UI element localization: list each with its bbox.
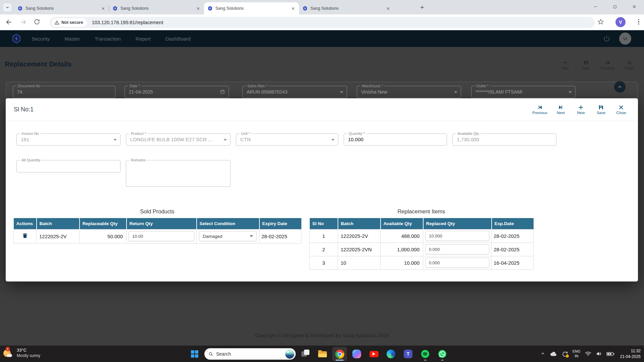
quantity-field[interactable]: Quantity * 10.000 xyxy=(344,134,447,146)
browser-tab-2[interactable]: Sang Solutions xyxy=(109,2,204,14)
nav-item-security[interactable]: Security xyxy=(32,36,50,42)
whatsapp-button[interactable] xyxy=(435,347,450,361)
tab-close-icon[interactable] xyxy=(195,6,201,11)
language-indicator[interactable]: ENGIN xyxy=(573,349,581,358)
cell-exp-date: 28-02-2025 xyxy=(492,243,534,256)
replaced-qty-input[interactable] xyxy=(425,231,489,241)
unit-field[interactable]: Unit * CTN xyxy=(236,134,338,146)
bookmark-star-icon[interactable] xyxy=(597,18,604,25)
return-qty-input[interactable] xyxy=(129,231,194,241)
not-secure-chip[interactable]: Not secure xyxy=(51,18,87,27)
tray-date: 21-04-2025 xyxy=(620,354,641,359)
wifi-icon[interactable] xyxy=(585,351,591,356)
browser-tab-1[interactable]: Sang Solutions xyxy=(14,2,109,14)
chrome-button[interactable] xyxy=(332,347,347,361)
nav-item-dashboard[interactable]: DashBoard xyxy=(165,36,191,42)
weather-widget[interactable]: 5 33°C Mostly sunny xyxy=(3,347,40,359)
cell-sl-no: 2 xyxy=(310,243,338,256)
logout-power-icon[interactable] xyxy=(603,35,610,42)
product-field[interactable]: Product * LONGLIFE BULB 100W E27 SCR ... xyxy=(126,134,231,146)
plus-icon xyxy=(578,104,584,110)
search-input[interactable] xyxy=(216,351,280,357)
file-explorer-button[interactable] xyxy=(315,347,330,361)
youtube-button[interactable] xyxy=(366,347,381,361)
warehouse-field[interactable]: Warehouse * Vinisha New xyxy=(357,86,461,98)
reload-button[interactable] xyxy=(34,18,41,26)
nav-item-report[interactable]: Report xyxy=(136,36,151,42)
skip-next-icon xyxy=(558,104,564,110)
sold-products-row: 1222025-2V 50.000 Damaged 28-02-2025 xyxy=(14,229,301,243)
tray-chevron-up-icon[interactable] xyxy=(540,351,545,356)
browser-tab-3-active[interactable]: Sang Solutions xyxy=(204,2,299,14)
address-bar[interactable]: Not secure 103.120.178.195:81/replacemen… xyxy=(50,17,595,28)
chevron-down-icon xyxy=(568,91,572,93)
delete-trash-icon[interactable] xyxy=(22,232,28,239)
chrome-icon xyxy=(335,350,344,359)
invoice-no-field[interactable]: Invoice No 181 xyxy=(16,134,120,146)
col-replaced-qty: Replaced Qty xyxy=(423,218,492,229)
chevron-down-icon xyxy=(331,139,335,141)
modal-previous-button[interactable]: Previous xyxy=(532,104,547,115)
chevron-up-icon xyxy=(617,84,623,90)
url-text[interactable]: 103.120.178.195:81/replacement xyxy=(92,20,163,25)
teams-button[interactable]: T xyxy=(401,347,415,361)
window-minimize-button[interactable] xyxy=(586,0,605,13)
remarks-field[interactable]: Remarks xyxy=(126,160,231,187)
task-view-button[interactable] xyxy=(298,347,313,361)
skip-previous-icon xyxy=(537,104,543,110)
browser-menu-button[interactable] xyxy=(635,18,642,25)
tab-close-icon[interactable] xyxy=(385,6,391,11)
modal-close-button[interactable]: Close xyxy=(614,104,628,115)
page-new-button[interactable]: New xyxy=(559,60,571,70)
sync-icon[interactable] xyxy=(561,351,568,357)
modal-save-button[interactable]: Save xyxy=(594,104,608,115)
browser-tab-4[interactable]: Sang Solutions xyxy=(299,2,394,14)
forward-button[interactable] xyxy=(19,18,27,26)
bing-daily-image[interactable] xyxy=(285,350,294,359)
cell-sl-no: 3 xyxy=(310,256,338,269)
copilot-button[interactable] xyxy=(349,347,364,361)
volume-icon[interactable] xyxy=(596,351,602,357)
replaced-qty-input[interactable] xyxy=(425,244,489,254)
spotify-button[interactable] xyxy=(418,347,433,361)
cell-available-qty: 10.000 xyxy=(381,256,423,269)
modal-new-button[interactable]: New xyxy=(574,104,588,115)
calendar-icon[interactable] xyxy=(220,89,225,94)
battery-icon[interactable] xyxy=(606,352,614,356)
new-tab-button[interactable] xyxy=(419,4,426,11)
cell-available-qty: 488.000 xyxy=(381,229,423,243)
cell-batch: 1222025-2VN xyxy=(338,243,381,256)
window-close-button[interactable] xyxy=(625,0,644,13)
sales-man-field[interactable]: Sales Man * ARUN 0568870243 xyxy=(242,86,347,98)
tab-close-icon[interactable] xyxy=(290,6,296,11)
user-avatar[interactable]: VI xyxy=(619,33,631,45)
taskbar-search[interactable] xyxy=(204,348,296,360)
edge-button[interactable] xyxy=(384,347,398,361)
page-save-button[interactable]: Save xyxy=(580,60,592,70)
notification-badge: 5 xyxy=(5,347,10,351)
col-expiry-date: Expiry Date xyxy=(259,218,301,229)
replaced-qty-input[interactable] xyxy=(425,258,489,268)
tab-search-button[interactable] xyxy=(3,3,11,11)
page-close-button[interactable]: Close xyxy=(623,60,635,70)
close-icon xyxy=(618,104,624,110)
back-button[interactable] xyxy=(5,18,13,26)
start-button[interactable] xyxy=(187,347,202,361)
alt-quantity-field[interactable]: Alt Quantity xyxy=(16,160,120,172)
browser-profile-avatar[interactable]: V xyxy=(615,17,626,27)
modal-next-button[interactable]: Next xyxy=(554,104,567,115)
document-no-field[interactable]: Document No 74 xyxy=(13,86,115,98)
tab-close-icon[interactable] xyxy=(100,6,106,11)
condition-select[interactable]: Damaged xyxy=(199,231,257,241)
date-field[interactable]: Date * 21-04-2025 xyxy=(125,86,229,98)
onedrive-icon[interactable] xyxy=(550,351,557,357)
outlet-field[interactable]: Outlet * *******ISLAMI FTSAMI xyxy=(471,86,576,98)
collapse-panel-button[interactable] xyxy=(614,81,626,93)
window-maximize-button[interactable] xyxy=(605,0,625,13)
page-previous-button[interactable]: Previous xyxy=(601,60,614,70)
col-select-condition: Select Condition xyxy=(197,218,259,229)
taskbar-clock[interactable]: 11:32 21-04-2025 xyxy=(620,348,641,359)
nav-item-master[interactable]: Master xyxy=(64,36,80,42)
nav-item-transaction[interactable]: Transaction xyxy=(95,36,121,42)
cell-batch: 1222025-2V xyxy=(338,229,381,243)
